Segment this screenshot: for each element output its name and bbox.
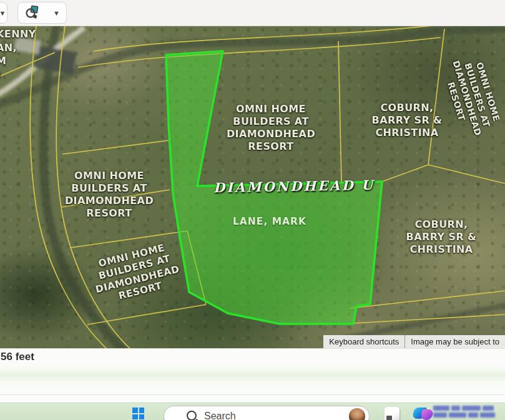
windows-taskbar: Search bbox=[0, 403, 505, 420]
windows-start-button[interactable] bbox=[132, 408, 144, 419]
windows-logo-icon bbox=[132, 408, 138, 413]
parcel-label-kenny: KENNY AN, M ) bbox=[0, 27, 59, 81]
identify-tool-button[interactable] bbox=[17, 2, 47, 24]
copyright-notice: Image may be subject to bbox=[404, 335, 505, 348]
search-placeholder-text: Search bbox=[189, 411, 349, 420]
copilot-button[interactable] bbox=[413, 406, 436, 420]
chevron-down-icon: ▼ bbox=[53, 9, 60, 17]
satellite-map-canvas[interactable]: KENNY AN, M ) OMNI HOME BUILDERS AT DIAM… bbox=[0, 26, 505, 348]
identify-tool-icon bbox=[24, 5, 41, 21]
taskbar-app-icon[interactable] bbox=[385, 407, 400, 420]
window-bottom-edge bbox=[0, 394, 505, 403]
subdivision-label: DIAMONDHEAD U bbox=[197, 177, 391, 197]
selected-parcel-owner-label: LANE, MARK bbox=[220, 216, 320, 228]
screen: ▼ ▼ bbox=[0, 0, 505, 420]
scale-bar-label: 56 feet bbox=[1, 351, 34, 363]
search-highlight-avatar[interactable] bbox=[349, 408, 365, 420]
search-icon bbox=[187, 411, 197, 420]
windows-logo-icon bbox=[132, 414, 138, 420]
taskbar-search-box[interactable]: Search bbox=[164, 406, 370, 420]
page-background-strip bbox=[0, 366, 505, 394]
keyboard-shortcuts-link[interactable]: Keyboard shortcuts bbox=[323, 335, 404, 348]
copilot-icon bbox=[420, 409, 434, 420]
partial-dropdown-button[interactable]: ▼ bbox=[0, 2, 7, 24]
windows-logo-icon bbox=[139, 408, 145, 413]
scale-bar-strip: 56 feet bbox=[0, 348, 505, 366]
parcel-label-omni-left: OMNI HOME BUILDERS AT DIAMONDHEAD RESORT bbox=[54, 170, 165, 220]
parcel-label-coburn-right: COBURN, BARRY SR & CHRISTINA bbox=[393, 218, 489, 256]
chevron-down-icon: ▼ bbox=[0, 9, 6, 17]
parcel-label-omni-center: OMNI HOME BUILDERS AT DIAMONDHEAD RESORT bbox=[210, 103, 332, 153]
map-attribution-bar: Keyboard shortcuts Image may be subject … bbox=[323, 335, 505, 348]
windows-logo-icon bbox=[139, 414, 145, 420]
map-toolbar: ▼ ▼ bbox=[0, 0, 505, 26]
parcel-label-coburn-top: COBURN, BARRY SR & CHRISTINA bbox=[360, 102, 454, 139]
blue-watermark-overlay bbox=[433, 403, 505, 420]
tool-dropdown-button[interactable]: ▼ bbox=[47, 2, 67, 24]
